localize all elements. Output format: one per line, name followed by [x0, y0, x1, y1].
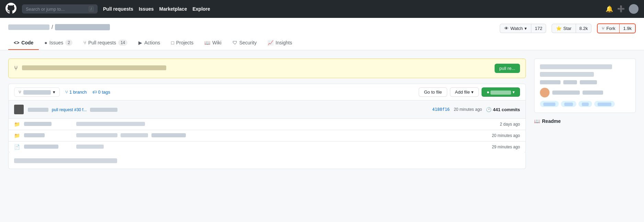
file-browser-toolbar: ⑂ ▾ ⑂ 1 branch 🏷 0 tags Go to file [8, 84, 526, 101]
notice-text [22, 65, 490, 71]
chevron-down-icon: ▾ [524, 26, 527, 31]
fork-count[interactable]: 1.9k [619, 23, 636, 33]
about-description-line1 [540, 64, 612, 69]
eye-icon: 👁 [504, 26, 509, 31]
tab-actions[interactable]: ▶ Actions [133, 36, 166, 50]
chevron-down-icon: ▾ [471, 89, 474, 95]
branch-name [23, 89, 51, 95]
notice-banner: ⑂ pull re... [8, 59, 526, 78]
topic-tag[interactable] [594, 101, 615, 107]
breadcrumb-separator: / [52, 24, 53, 30]
repo-action-buttons: 👁 Watch ▾ 172 ⭐ Star 8.2k ⑂ Fork [497, 23, 636, 33]
file-name-link[interactable] [24, 145, 72, 150]
table-row: 📁 2 days ago [9, 119, 526, 130]
readme-label: Readme [542, 118, 561, 124]
topic-tag[interactable] [578, 101, 592, 107]
star-button[interactable]: ⭐ Star [552, 24, 576, 33]
go-to-file-button[interactable]: Go to file [419, 87, 447, 97]
tab-wiki[interactable]: 📖 Wiki [199, 36, 227, 50]
add-file-button[interactable]: Add file ▾ [450, 87, 479, 97]
tab-insights-label: Insights [275, 40, 292, 45]
repo-name[interactable] [55, 24, 110, 30]
toolbar-actions: Go to file Add file ▾ ● ▾ [419, 87, 520, 97]
file-name-link[interactable] [24, 133, 72, 138]
nav-explore[interactable]: Explore [192, 6, 210, 12]
watch-button[interactable]: 👁 Watch ▾ [500, 24, 531, 33]
search-box[interactable]: / [22, 4, 98, 13]
folder-icon: 📁 [14, 121, 20, 127]
table-row: 📄 29 minutes ago [9, 141, 526, 152]
repo-main-panel: ⑂ pull re... ⑂ ▾ ⑂ 1 branch 🏷 [8, 59, 526, 169]
tab-issues[interactable]: ● Issues 2 [39, 36, 78, 50]
insights-icon: 📈 [268, 40, 273, 45]
tag-count-link[interactable]: 🏷 0 tags [92, 89, 110, 95]
main-content: ⑂ pull re... ⑂ ▾ ⑂ 1 branch 🏷 [0, 50, 644, 177]
chevron-down-icon: ▾ [512, 89, 515, 95]
commit-info-bar: pull request #30 f... 4180f16 20 minutes… [8, 101, 526, 119]
star-group: ⭐ Star 8.2k [552, 24, 591, 33]
chevron-down-icon: ▾ [53, 89, 55, 95]
file-commit-msg [76, 145, 488, 150]
repo-tabs: <> Code ● Issues 2 ⑂ Pull requests 14 ▶ … [8, 36, 636, 50]
topnav-right-actions: 🔔 ➕ [606, 4, 639, 14]
tab-code[interactable]: <> Code [8, 36, 39, 50]
create-new-icon[interactable]: ➕ [617, 5, 625, 13]
tag-icon: 🏷 [92, 89, 97, 95]
file-commit-msg [76, 122, 496, 127]
file-table: 📁 2 days ago 📁 [8, 119, 526, 153]
tab-insights[interactable]: 📈 Insights [262, 36, 297, 50]
branch-count-link[interactable]: ⑂ 1 branch [65, 89, 87, 95]
notice-message-blurred [22, 65, 166, 70]
tab-prs-label: Pull requests [88, 40, 116, 45]
tab-projects[interactable]: □ Projects [166, 36, 199, 50]
file-commit-msg [76, 133, 488, 138]
branch-count-icon: ⑂ [65, 89, 68, 95]
nav-issues[interactable]: Issues [139, 6, 154, 12]
repo-header: / 👁 Watch ▾ 172 ⭐ Star 8.2k [0, 18, 644, 50]
code-button[interactable]: ● ▾ [482, 87, 520, 97]
folder-icon: 📁 [14, 133, 20, 138]
commit-count[interactable]: 🕐 441 commits [486, 107, 520, 112]
tab-security[interactable]: 🛡 Security [227, 36, 262, 50]
issues-badge: 2 [65, 40, 72, 46]
file-table-footer [8, 152, 526, 169]
code-icon: <> [14, 40, 19, 45]
security-icon: 🛡 [233, 40, 237, 45]
about-description-line2 [540, 72, 594, 77]
tab-actions-label: Actions [144, 40, 160, 45]
watch-label: Watch [510, 26, 523, 31]
search-input[interactable] [26, 7, 87, 12]
code-btn-label: ● [487, 89, 489, 95]
file-name-link[interactable] [24, 122, 72, 127]
pr-icon: ⑂ [83, 40, 86, 45]
github-logo-icon[interactable] [5, 3, 16, 15]
branch-selector[interactable]: ⑂ ▾ [14, 87, 60, 97]
topic-tags [540, 101, 630, 107]
nav-marketplace[interactable]: Marketplace [159, 6, 187, 12]
avatar[interactable] [629, 4, 639, 14]
star-icon: ⭐ [556, 26, 562, 31]
fork-group: ⑂ Fork 1.9k [597, 23, 636, 33]
search-shortcut: / [89, 6, 94, 12]
topic-tag[interactable] [540, 101, 559, 107]
notifications-icon[interactable]: 🔔 [606, 5, 613, 13]
tab-pull-requests[interactable]: ⑂ Pull requests 14 [78, 36, 133, 50]
pull-request-button[interactable]: pull re... [495, 64, 520, 73]
repo-owner[interactable] [8, 24, 49, 30]
fork-button[interactable]: ⑂ Fork [597, 23, 619, 33]
actions-icon: ▶ [138, 40, 142, 45]
notice-icon: ⑂ [14, 65, 18, 72]
commit-hash[interactable]: 4180f16 [432, 107, 450, 112]
code-btn-text [490, 89, 512, 95]
tab-security-label: Security [239, 40, 257, 45]
about-author-row [540, 88, 630, 97]
add-file-label: Add file [455, 89, 470, 95]
commit-link[interactable]: pull request #30 f... [52, 107, 87, 112]
watch-count[interactable]: 172 [531, 24, 546, 33]
nav-pull-requests[interactable]: Pull requests [103, 6, 133, 12]
star-count[interactable]: 8.2k [576, 24, 592, 33]
watch-group: 👁 Watch ▾ 172 [500, 24, 546, 33]
book-icon: 📖 [534, 118, 540, 124]
topic-tag[interactable] [561, 101, 576, 107]
clock-icon: 🕐 [486, 107, 492, 112]
